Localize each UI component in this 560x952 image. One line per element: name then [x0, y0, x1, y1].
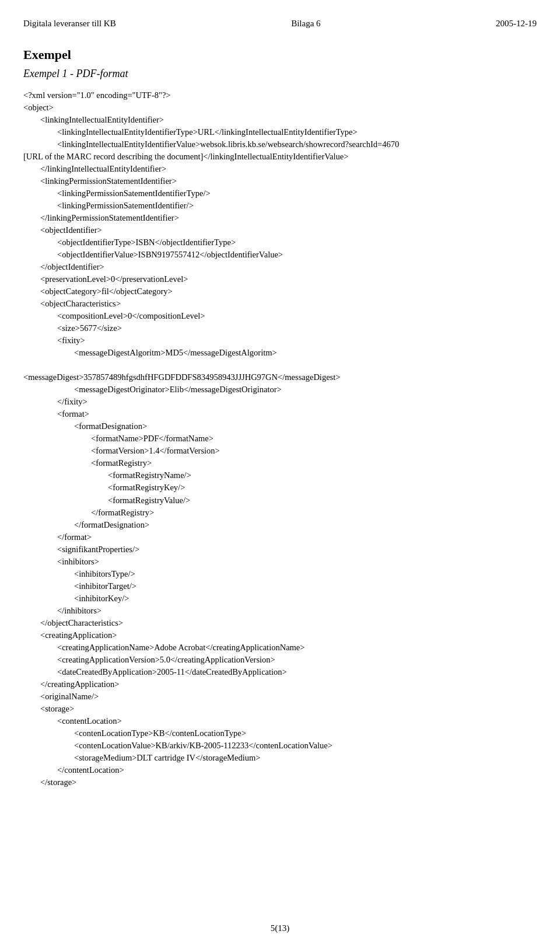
- page-number: 5(13): [271, 923, 290, 933]
- page-header: Digitala leveranser till KB Bilaga 6 200…: [23, 18, 537, 30]
- header-left: Digitala leveranser till KB: [23, 18, 116, 30]
- header-center: Bilaga 6: [291, 18, 320, 30]
- page-footer: 5(13): [0, 922, 560, 934]
- header-right: 2005-12-19: [496, 18, 537, 30]
- xml-content: <?xml version="1.0" encoding="UTF-8"?> <…: [23, 89, 537, 789]
- section-title: Exempel: [23, 46, 537, 64]
- page: Digitala leveranser till KB Bilaga 6 200…: [0, 0, 560, 952]
- section-subtitle: Exempel 1 - PDF-format: [23, 67, 537, 81]
